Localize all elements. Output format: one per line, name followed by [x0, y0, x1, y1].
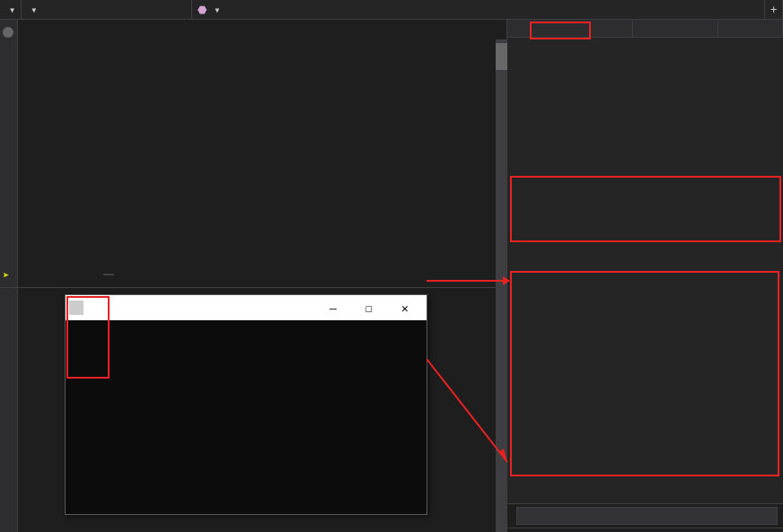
memory-address-input[interactable]	[516, 507, 778, 525]
file-selector[interactable]: ▾	[0, 0, 22, 19]
toolbar: ▾ ▾ ⬣▾ +	[0, 0, 783, 20]
console-output	[66, 320, 427, 327]
col-type[interactable]	[718, 20, 783, 37]
memory-title	[507, 498, 783, 504]
expand-icon[interactable]: +	[765, 0, 783, 19]
app-icon	[69, 301, 84, 315]
chevron-down-icon: ▾	[31, 4, 37, 16]
memory-panel	[507, 498, 783, 532]
elapsed-hint	[103, 274, 114, 275]
debug-panels	[507, 20, 783, 532]
vertical-scrollbar[interactable]	[496, 39, 507, 532]
line-numbers	[18, 20, 56, 532]
memory-address-bar	[507, 504, 783, 528]
col-name[interactable]	[507, 20, 633, 37]
console-titlebar[interactable]: — ☐ ✕	[66, 295, 427, 320]
maximize-button[interactable]: ☐	[351, 301, 387, 315]
scope-selector[interactable]: ▾	[22, 0, 192, 19]
console-window[interactable]: — ☐ ✕	[65, 294, 427, 515]
col-value[interactable]	[633, 20, 718, 37]
breakpoint-icon[interactable]	[3, 27, 13, 38]
close-button[interactable]: ✕	[387, 301, 423, 315]
chevron-down-icon: ▾	[214, 4, 220, 16]
minimize-button[interactable]: —	[315, 301, 351, 315]
method-icon: ⬣	[198, 4, 207, 16]
watch-header	[507, 20, 783, 38]
chevron-down-icon: ▾	[9, 4, 15, 16]
memory-rows	[507, 528, 783, 532]
execution-pointer-icon: ➤	[3, 269, 9, 282]
function-selector[interactable]: ⬣▾	[192, 0, 765, 19]
